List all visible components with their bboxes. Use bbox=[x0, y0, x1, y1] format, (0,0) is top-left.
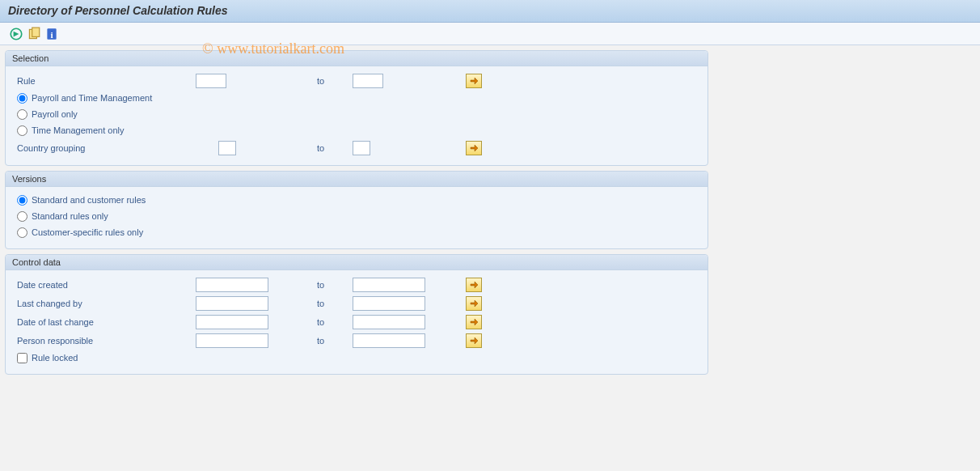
person-responsible-to-label: to bbox=[317, 336, 353, 346]
standard-only-label: Standard rules only bbox=[32, 211, 108, 221]
last-changed-by-to-input[interactable] bbox=[353, 296, 425, 311]
date-created-multi-button[interactable] bbox=[466, 278, 482, 292]
customer-only-radio[interactable] bbox=[17, 227, 27, 238]
date-last-change-to-input[interactable] bbox=[353, 315, 425, 329]
info-button[interactable]: i bbox=[44, 26, 60, 42]
country-grouping-from-input[interactable] bbox=[218, 141, 236, 155]
group-versions-header: Versions bbox=[6, 172, 708, 187]
country-grouping-label: Country grouping bbox=[14, 143, 196, 153]
svg-text:i: i bbox=[50, 29, 53, 39]
date-created-to-label: to bbox=[317, 280, 353, 290]
rule-label: Rule bbox=[14, 76, 196, 86]
country-grouping-to-input[interactable] bbox=[353, 141, 370, 155]
time-only-label: Time Management only bbox=[32, 125, 125, 135]
person-responsible-multi-button[interactable] bbox=[466, 333, 482, 348]
group-control-data: Control data Date created to Last change… bbox=[5, 254, 708, 375]
person-responsible-label: Person responsible bbox=[14, 336, 196, 346]
last-changed-by-from-input[interactable] bbox=[196, 296, 268, 311]
payroll-only-label: Payroll only bbox=[32, 109, 78, 119]
standard-and-customer-radio[interactable] bbox=[17, 195, 27, 206]
date-created-to-input[interactable] bbox=[353, 278, 425, 292]
rule-locked-checkbox[interactable] bbox=[17, 353, 27, 363]
last-changed-by-multi-button[interactable] bbox=[466, 296, 482, 311]
payroll-and-time-label: Payroll and Time Management bbox=[32, 93, 152, 103]
date-created-from-input[interactable] bbox=[196, 278, 268, 292]
group-selection-header: Selection bbox=[6, 51, 708, 66]
time-only-radio[interactable] bbox=[17, 125, 27, 136]
group-control-header: Control data bbox=[6, 255, 708, 270]
date-last-change-multi-button[interactable] bbox=[466, 315, 482, 329]
group-selection: Selection Rule to Payroll and Time Manag… bbox=[5, 50, 708, 166]
date-last-change-to-label: to bbox=[317, 317, 353, 327]
customer-only-label: Customer-specific rules only bbox=[32, 227, 143, 237]
svg-rect-2 bbox=[32, 28, 40, 36]
standard-and-customer-label: Standard and customer rules bbox=[32, 195, 146, 205]
toolbar: i bbox=[0, 23, 980, 45]
last-changed-by-label: Last changed by bbox=[14, 299, 196, 308]
cg-to-label: to bbox=[317, 143, 353, 153]
date-last-change-label: Date of last change bbox=[14, 317, 196, 327]
rule-to-label: to bbox=[317, 76, 353, 86]
date-created-label: Date created bbox=[14, 280, 196, 290]
standard-only-radio[interactable] bbox=[17, 211, 27, 222]
date-last-change-from-input[interactable] bbox=[196, 315, 268, 329]
person-responsible-to-input[interactable] bbox=[353, 333, 425, 348]
page-title: Directory of Personnel Calculation Rules bbox=[8, 4, 228, 17]
execute-button[interactable] bbox=[8, 26, 24, 42]
country-grouping-multiple-selection-button[interactable] bbox=[466, 141, 482, 155]
payroll-only-radio[interactable] bbox=[17, 109, 27, 120]
last-changed-by-to-label: to bbox=[317, 299, 353, 308]
payroll-and-time-radio[interactable] bbox=[17, 93, 27, 104]
rule-multiple-selection-button[interactable] bbox=[466, 74, 482, 88]
get-variant-button[interactable] bbox=[26, 26, 42, 42]
title-bar: Directory of Personnel Calculation Rules bbox=[0, 0, 980, 23]
page-body: Selection Rule to Payroll and Time Manag… bbox=[0, 45, 980, 384]
rule-locked-label: Rule locked bbox=[32, 353, 78, 363]
rule-to-input[interactable] bbox=[353, 74, 383, 88]
rule-from-input[interactable] bbox=[196, 74, 226, 88]
person-responsible-from-input[interactable] bbox=[196, 333, 268, 348]
group-versions: Versions Standard and customer rules Sta… bbox=[5, 171, 708, 249]
